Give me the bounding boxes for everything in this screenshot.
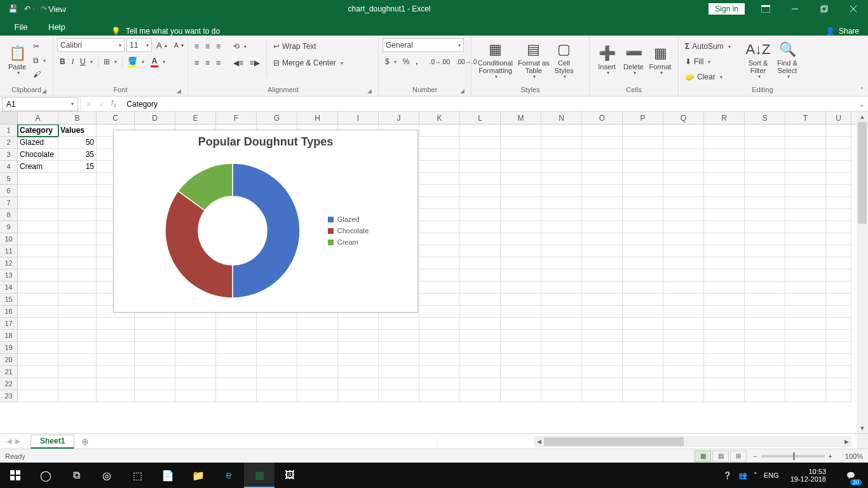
clipboard-dialog-launcher[interactable]: ◢: [40, 88, 48, 95]
decrease-font-button[interactable]: A▾: [172, 38, 186, 52]
cell[interactable]: [501, 281, 541, 294]
cell[interactable]: [257, 354, 297, 366]
row-header[interactable]: 12: [0, 257, 18, 269]
cell[interactable]: [18, 330, 58, 342]
zoom-out-button[interactable]: −: [753, 452, 757, 460]
cell[interactable]: [501, 245, 541, 257]
cell[interactable]: [419, 342, 460, 354]
cell[interactable]: [419, 161, 460, 173]
cell[interactable]: [58, 173, 97, 185]
column-header[interactable]: T: [785, 112, 826, 124]
column-header[interactable]: F: [216, 112, 257, 124]
cell[interactable]: [18, 294, 58, 306]
cell[interactable]: [704, 342, 745, 354]
cell[interactable]: [297, 390, 338, 402]
cell[interactable]: [745, 342, 785, 354]
cell[interactable]: [623, 197, 663, 209]
close-button[interactable]: [839, 0, 868, 18]
cell[interactable]: [501, 149, 541, 161]
cell[interactable]: [501, 354, 541, 366]
cell[interactable]: [582, 137, 623, 149]
column-header[interactable]: J: [379, 112, 419, 124]
column-header[interactable]: S: [745, 112, 785, 124]
cell[interactable]: [745, 173, 785, 185]
cell[interactable]: [97, 342, 135, 354]
fill-color-button[interactable]: 🪣▾: [125, 55, 147, 69]
column-header[interactable]: B: [58, 112, 97, 124]
cell[interactable]: [704, 306, 745, 318]
cell[interactable]: [460, 125, 501, 137]
cell[interactable]: [297, 318, 338, 330]
row-header[interactable]: 17: [0, 318, 18, 330]
font-size-combo[interactable]: 11▾: [126, 38, 152, 52]
column-header[interactable]: E: [175, 112, 216, 124]
cell[interactable]: [379, 330, 419, 342]
cell[interactable]: [582, 281, 623, 294]
column-header[interactable]: N: [541, 112, 582, 124]
cell[interactable]: [785, 137, 826, 149]
cell[interactable]: [623, 354, 663, 366]
cell[interactable]: [18, 245, 58, 257]
cell[interactable]: [826, 245, 851, 257]
cell[interactable]: [419, 390, 460, 402]
worksheet-grid[interactable]: ABCDEFGHIJKLMNOPQRSTU 123456789101112131…: [0, 112, 868, 433]
sign-in-button[interactable]: Sign in: [709, 3, 745, 15]
cell[interactable]: [419, 318, 460, 330]
cell[interactable]: [175, 318, 216, 330]
cell[interactable]: [704, 378, 745, 390]
cell[interactable]: [623, 269, 663, 281]
cell[interactable]: [58, 245, 97, 257]
row-header[interactable]: 2: [0, 137, 18, 149]
cell[interactable]: [663, 390, 704, 402]
cell[interactable]: [704, 281, 745, 294]
taskbar-app-dropbox[interactable]: ⬚: [122, 463, 153, 488]
cell[interactable]: [419, 221, 460, 233]
cell[interactable]: [623, 245, 663, 257]
cell[interactable]: [97, 366, 135, 378]
align-middle-button[interactable]: ≡: [203, 39, 212, 53]
tab-help[interactable]: Help: [39, 18, 104, 36]
row-header[interactable]: 10: [0, 233, 18, 245]
cell[interactable]: [58, 342, 97, 354]
cell[interactable]: [541, 281, 582, 294]
cell[interactable]: [582, 366, 623, 378]
cell[interactable]: [501, 318, 541, 330]
cell[interactable]: [663, 294, 704, 306]
cell[interactable]: [257, 390, 297, 402]
qat-customize[interactable]: ▾: [55, 1, 70, 17]
cell[interactable]: [541, 197, 582, 209]
select-all-corner[interactable]: [0, 112, 18, 124]
cell[interactable]: [379, 366, 419, 378]
cell[interactable]: [135, 330, 175, 342]
cell[interactable]: [582, 342, 623, 354]
cell[interactable]: [460, 209, 501, 221]
cell[interactable]: [419, 257, 460, 269]
cell[interactable]: [623, 318, 663, 330]
ribbon-display-options[interactable]: [751, 0, 780, 18]
cell[interactable]: [785, 125, 826, 137]
format-painter-button[interactable]: 🖌: [31, 67, 48, 81]
cell[interactable]: [663, 125, 704, 137]
maximize-button[interactable]: [810, 0, 839, 18]
cell[interactable]: [582, 354, 623, 366]
cell[interactable]: [745, 318, 785, 330]
cell[interactable]: [18, 354, 58, 366]
paste-button[interactable]: 📋 Paste ▾: [4, 38, 31, 84]
cell[interactable]: [135, 342, 175, 354]
row-header[interactable]: 18: [0, 330, 18, 342]
cell[interactable]: [216, 342, 257, 354]
cell[interactable]: [379, 318, 419, 330]
undo-button[interactable]: ↶▾: [22, 1, 37, 17]
cell[interactable]: [18, 269, 58, 281]
task-view-button[interactable]: ⧉: [61, 463, 92, 488]
number-dialog-launcher[interactable]: ◢: [458, 88, 466, 95]
cell[interactable]: [419, 137, 460, 149]
scroll-up-button[interactable]: ▲: [857, 112, 868, 122]
cell[interactable]: [541, 173, 582, 185]
cell[interactable]: [297, 330, 338, 342]
cell[interactable]: [745, 161, 785, 173]
cell[interactable]: [663, 281, 704, 294]
align-left-button[interactable]: ≡: [192, 56, 201, 70]
cell[interactable]: [541, 294, 582, 306]
cell[interactable]: [785, 149, 826, 161]
